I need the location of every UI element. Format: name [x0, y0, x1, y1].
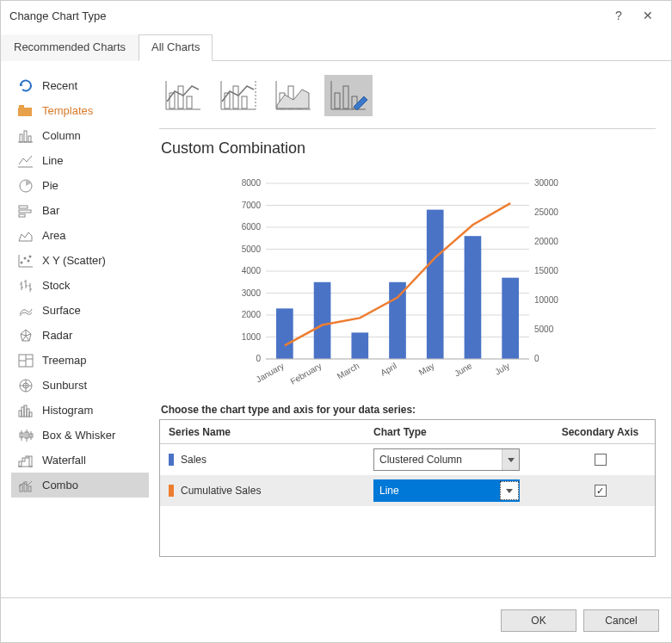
svg-rect-106 [314, 282, 331, 359]
stock-icon [18, 278, 34, 294]
svg-text:10000: 10000 [534, 295, 558, 305]
svg-point-12 [24, 257, 27, 259]
sidebar-item-histogram[interactable]: Histogram [11, 398, 149, 423]
svg-rect-110 [465, 236, 482, 359]
svg-text:0: 0 [534, 354, 539, 363]
sidebar-item-recent[interactable]: Recent [11, 73, 149, 98]
svg-rect-44 [29, 412, 32, 417]
templates-icon [18, 103, 34, 119]
sidebar-item-label: Templates [42, 104, 93, 117]
svg-point-13 [28, 259, 30, 262]
combo-subtype-custom[interactable] [324, 75, 373, 116]
sidebar-item-label: Surface [42, 304, 81, 317]
header-series-name: Series Name [160, 426, 373, 438]
svg-text:8000: 8000 [242, 178, 262, 188]
svg-rect-111 [502, 278, 519, 359]
combo-subtype-2[interactable] [214, 75, 262, 116]
svg-text:3000: 3000 [242, 288, 262, 298]
svg-text:April: April [379, 361, 398, 378]
sidebar-item-label: Stock [42, 279, 71, 292]
svg-rect-66 [242, 96, 247, 108]
svg-text:January: January [255, 361, 286, 384]
svg-rect-1 [19, 105, 24, 108]
sidebar-item-pie[interactable]: Pie [11, 173, 149, 198]
svg-rect-105 [276, 308, 293, 359]
svg-rect-53 [26, 456, 28, 458]
sidebar-item-column[interactable]: Column [11, 123, 149, 148]
sidebar-item-label: X Y (Scatter) [42, 254, 106, 267]
sidebar-item-scatter[interactable]: X Y (Scatter) [11, 248, 149, 273]
titlebar: Change Chart Type ? ✕ [1, 1, 671, 30]
svg-text:7000: 7000 [242, 201, 262, 210]
sidebar-item-radar[interactable]: Radar [11, 323, 149, 348]
svg-rect-10 [19, 214, 25, 217]
svg-rect-76 [343, 86, 348, 108]
svg-point-11 [21, 261, 23, 263]
svg-rect-107 [351, 332, 368, 359]
chart-category-sidebar: Recent Templates Column Line Pie Bar Are… [11, 70, 149, 587]
sidebar-item-sunburst[interactable]: Sunburst [11, 373, 149, 398]
sidebar-item-waterfall[interactable]: Waterfall [11, 448, 149, 473]
chevron-down-icon [502, 449, 519, 470]
sidebar-item-label: Recent [42, 79, 77, 92]
series-swatch [169, 485, 174, 497]
tab-strip: Recommended Charts All Charts [1, 34, 671, 61]
dropdown-value: Line [379, 485, 399, 497]
series-swatch [169, 454, 174, 466]
close-icon[interactable]: ✕ [633, 9, 663, 22]
main-pane: Custom Combination 010002000300040005000… [159, 70, 656, 587]
svg-rect-108 [389, 282, 406, 359]
sidebar-item-surface[interactable]: Surface [11, 298, 149, 323]
chart-type-dropdown-sales[interactable]: Clustered Column [373, 448, 520, 471]
svg-rect-3 [24, 131, 27, 142]
sidebar-item-label: Column [42, 129, 81, 142]
help-icon[interactable]: ? [604, 9, 633, 22]
sidebar-item-combo[interactable]: Combo [11, 473, 149, 498]
svg-text:February: February [288, 361, 323, 386]
scatter-icon [18, 253, 34, 269]
svg-text:March: March [336, 361, 361, 380]
svg-point-14 [29, 255, 32, 257]
sidebar-item-label: Box & Whisker [42, 429, 115, 442]
combo-subtype-1[interactable] [159, 75, 207, 116]
ok-button[interactable]: OK [501, 609, 576, 632]
column-icon [18, 128, 34, 144]
tab-all-charts[interactable]: All Charts [139, 34, 213, 61]
sidebar-item-treemap[interactable]: Treemap [11, 348, 149, 373]
series-row-sales: Sales Clustered Column [160, 444, 655, 475]
svg-rect-4 [28, 136, 31, 142]
svg-text:2000: 2000 [242, 310, 262, 319]
sidebar-item-box-whisker[interactable]: Box & Whisker [11, 423, 149, 448]
waterfall-icon [18, 453, 34, 468]
svg-rect-61 [187, 96, 192, 108]
series-table: Series Name Chart Type Secondary Axis Sa… [159, 419, 656, 557]
sidebar-item-area[interactable]: Area [11, 223, 149, 248]
svg-text:5000: 5000 [534, 325, 554, 334]
sidebar-item-label: Combo [42, 479, 78, 492]
svg-rect-109 [427, 210, 444, 359]
sidebar-item-stock[interactable]: Stock [11, 273, 149, 298]
svg-rect-54 [29, 456, 32, 467]
sidebar-item-bar[interactable]: Bar [11, 198, 149, 223]
secondary-axis-checkbox-sales[interactable] [595, 454, 607, 466]
bar-icon [18, 203, 34, 219]
cancel-button[interactable]: Cancel [583, 609, 659, 632]
chart-type-dropdown-cumulative[interactable]: Line [373, 479, 520, 502]
svg-rect-52 [22, 458, 25, 461]
area-icon [18, 228, 34, 244]
chart-preview: 0100020003000400050006000700080000500010… [159, 166, 656, 390]
sidebar-item-label: Bar [42, 204, 59, 217]
svg-text:July: July [493, 361, 511, 376]
header-chart-type: Chart Type [373, 426, 546, 438]
preview-title: Custom Combination [161, 139, 656, 158]
sidebar-item-line[interactable]: Line [11, 148, 149, 173]
sidebar-item-templates[interactable]: Templates [11, 98, 149, 123]
dropdown-value: Clustered Column [379, 454, 462, 466]
secondary-axis-checkbox-cumulative[interactable]: ✓ [595, 485, 607, 497]
sidebar-item-label: Waterfall [42, 454, 86, 467]
tab-recommended-charts[interactable]: Recommended Charts [1, 34, 139, 61]
histogram-icon [18, 403, 34, 418]
combo-subtype-3[interactable] [269, 75, 318, 116]
sunburst-icon [18, 378, 34, 393]
radar-icon [18, 328, 34, 343]
